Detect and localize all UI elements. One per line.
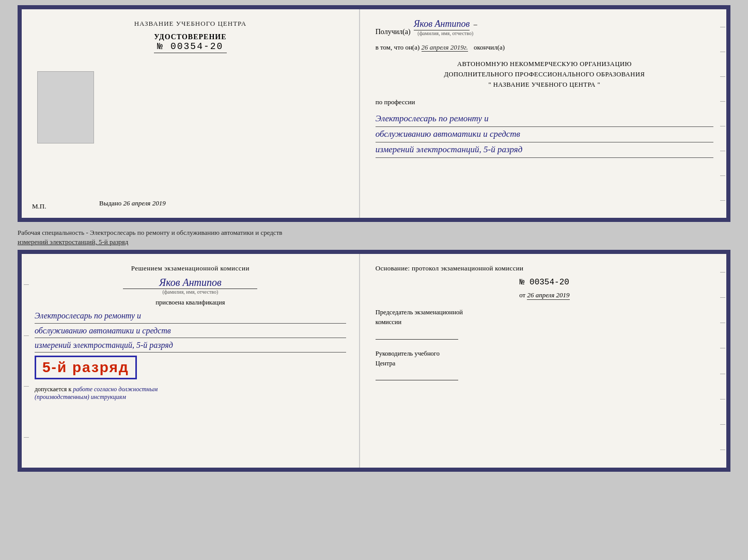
osnovanie-title: Основание: протокол экзаменационной коми… (376, 264, 713, 273)
sdl-4 (24, 437, 29, 438)
org-line3: " НАЗВАНИЕ УЧЕБНОГО ЦЕНТРА " (376, 79, 713, 90)
fio-subtitle-top: (фамилия, имя, отчество) (414, 30, 477, 36)
side-line-5 (720, 126, 725, 126)
udost-num: № 00354-20 (154, 41, 226, 53)
ruk-block: Руководитель учебного Центра (376, 349, 713, 381)
sdl-1 (24, 284, 29, 285)
sdr-8 (720, 450, 725, 450)
ruk-title: Руководитель учебного Центра (376, 349, 713, 369)
ot-date: 26 апреля 2019 (527, 291, 569, 300)
razryad-text: 5-й разряд (42, 359, 129, 375)
dopuskaetsya-block: допускается к работе согласно должностны… (35, 386, 346, 401)
chair-line1: Председатель экзаменационной (376, 309, 463, 316)
side-line-2 (720, 52, 725, 52)
dash: – (474, 21, 477, 28)
org-block: АВТОНОМНУЮ НЕКОММЕРЧЕСКУЮ ОРГАНИЗАЦИЮ ДО… (376, 59, 713, 90)
between-line1: Рабочая специальность - Электрослесарь п… (18, 228, 730, 237)
poprofessii-label: по профессии (376, 98, 713, 106)
vtom-line: в том, что он(а) 26 апреля 2019г. окончи… (376, 43, 713, 52)
center-title-top: НАЗВАНИЕ УЧЕБНОГО ЦЕНТРА (134, 20, 246, 28)
chair-block: Председатель экзаменационной комиссии (376, 308, 713, 340)
vudano-line: Выдано 26 апреля 2019 (99, 199, 166, 207)
qual-line1: Электрослесарь по ремонту и (35, 309, 346, 323)
recipient-block: Яков Антипов – (фамилия, имя, отчество) (414, 19, 477, 36)
sdl-3 (24, 386, 29, 387)
certificate-bottom: Решением экзаменационной комиссии Яков А… (18, 250, 730, 472)
ruk-signature-line (376, 370, 458, 380)
prof-line2: обслуживанию автоматики и средств (376, 127, 713, 142)
between-line2: измерений электростанций, 5-й разряд (18, 237, 730, 247)
chair-title: Председатель экзаменационной комиссии (376, 308, 713, 327)
sdr-4 (720, 348, 725, 348)
recipient-name: Яков Антипов (414, 19, 470, 30)
vtom-date: 26 апреля 2019г. (422, 43, 468, 52)
dopusk-text: работе согласно должностным (73, 386, 158, 393)
dopuskaetsya-prefix: допускается к (35, 386, 71, 393)
okonchil-label: окончил(а) (474, 43, 505, 51)
vudano-date: 26 апреля 2019 (123, 199, 166, 207)
sdr-5 (720, 374, 725, 374)
sdl-2 (24, 335, 29, 336)
protocol-num: № 00354-20 (376, 278, 713, 287)
fio-sub-bottom: (фамилия, имя, отчество) (35, 289, 346, 295)
qual-line2: обслуживанию автоматики и средств (35, 324, 346, 338)
photo-placeholder (37, 71, 94, 143)
sdr-1 (720, 272, 725, 273)
recipient-line: Получил(а) Яков Антипов – (фамилия, имя,… (376, 19, 713, 36)
side-decorations-bottom-right (718, 254, 726, 468)
side-decorations-bottom-left (22, 254, 30, 468)
sdr-7 (720, 424, 725, 425)
name-block-bottom: Яков Антипов (фамилия, имя, отчество) (35, 277, 346, 295)
profession-text: Электрослесарь по ремонту и обслуживанию… (376, 111, 713, 158)
chair-line2: комиссии (376, 318, 402, 326)
prof-line3: измерений электростанций, 5-й разряд (376, 142, 713, 158)
org-line1: АВТОНОМНУЮ НЕКОММЕРЧЕСКУЮ ОРГАНИЗАЦИЮ (376, 59, 713, 69)
qualification-text: Электрослесарь по ремонту и обслуживанию… (35, 309, 346, 353)
side-line-6 (720, 151, 725, 151)
ruk-line1: Руководитель учебного (376, 350, 440, 357)
certificate-top: НАЗВАНИЕ УЧЕБНОГО ЦЕНТРА УДОСТОВЕРЕНИЕ №… (18, 5, 730, 222)
reshenie-title: Решением экзаменационной комиссии (35, 264, 346, 273)
razryad-badge: 5-й разряд (35, 356, 137, 379)
side-decorations (718, 9, 726, 218)
poluchil-label: Получил(а) (376, 28, 411, 36)
sdr-6 (720, 399, 725, 399)
mp-label: М.П. (32, 202, 46, 211)
dopusk-text2: (производственным) инструкциям (35, 393, 126, 401)
ruk-line2: Центра (376, 360, 396, 367)
sdr-3 (720, 323, 725, 323)
chair-signature-line (376, 329, 458, 340)
side-line-1 (720, 27, 725, 27)
side-line-3 (720, 76, 725, 77)
vtom-label: в том, что он(а) (376, 43, 420, 51)
ot-date-line: от 26 апреля 2019 (376, 291, 713, 299)
between-label: Рабочая специальность - Электрослесарь п… (18, 226, 730, 250)
side-line-4 (720, 101, 725, 102)
udost-block: УДОСТОВЕРЕНИЕ № 00354-20 (154, 33, 226, 53)
cert-bottom-right: Основание: протокол экзаменационной коми… (360, 254, 726, 468)
side-line-7 (720, 175, 725, 176)
org-line2: ДОПОЛНИТЕЛЬНОГО ПРОФЕССИОНАЛЬНОГО ОБРАЗО… (376, 69, 713, 79)
side-line-8 (720, 200, 725, 201)
udost-label: УДОСТОВЕРЕНИЕ (154, 33, 226, 41)
cert-top-left: НАЗВАНИЕ УЧЕБНОГО ЦЕНТРА УДОСТОВЕРЕНИЕ №… (22, 9, 360, 218)
cert-bottom-left: Решением экзаменационной комиссии Яков А… (22, 254, 360, 468)
cert-top-right: Получил(а) Яков Антипов – (фамилия, имя,… (360, 9, 726, 218)
ot-prefix: от (519, 291, 525, 299)
vudano-label: Выдано (99, 199, 121, 207)
sdr-2 (720, 297, 725, 298)
bottom-name: Яков Антипов (123, 277, 257, 289)
prof-line1: Электрослесарь по ремонту и (376, 111, 713, 127)
prisvoena-label: присвоена квалификация (35, 299, 346, 307)
qual-line3: измерений электростанций, 5-й разряд (35, 338, 346, 353)
